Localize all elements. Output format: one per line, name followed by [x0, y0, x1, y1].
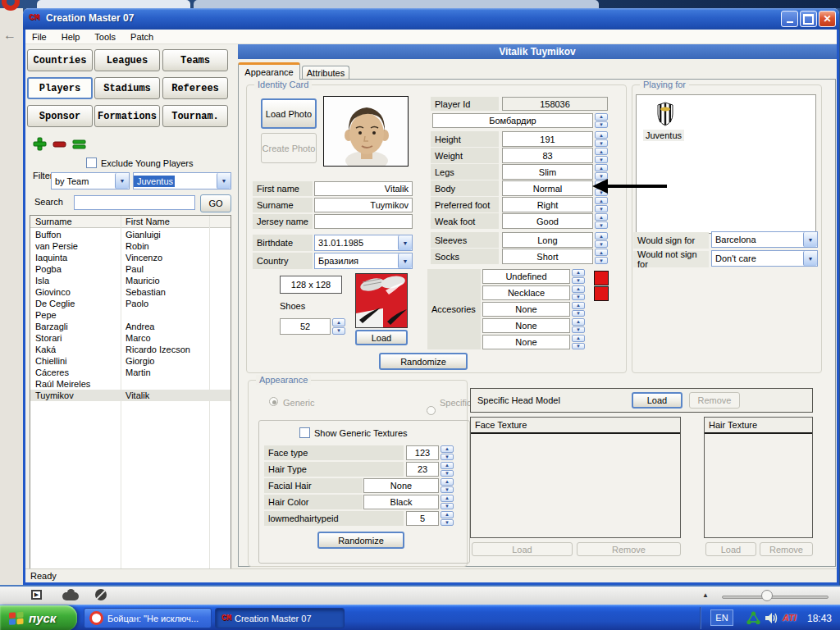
spinner-down-icon[interactable]: ▼	[332, 327, 345, 336]
head-model-remove-button[interactable]: Remove	[689, 392, 740, 409]
chevron-down-icon[interactable]: ▼	[803, 251, 817, 266]
maximize-button[interactable]	[800, 11, 817, 27]
height-spinner[interactable]: ▲▼	[595, 131, 608, 147]
spinner-up-icon[interactable]: ▲	[595, 180, 608, 188]
list-item[interactable]: Martin	[121, 367, 208, 378]
shoes-spinner[interactable]: ▲▼	[332, 318, 345, 335]
list-item[interactable]: Giovinco	[30, 286, 121, 298]
chevron-down-icon[interactable]: ▼	[398, 253, 412, 268]
spinner-up-icon[interactable]: ▲	[441, 445, 454, 453]
chevron-down-icon[interactable]: ▼	[217, 173, 231, 189]
facial-hair-spinner[interactable]: ▲▼	[441, 478, 454, 493]
nav-formations[interactable]: Formations	[94, 105, 160, 127]
list-item-selected[interactable]: Vitalik	[121, 390, 208, 401]
spinner-down-icon[interactable]: ▼	[441, 503, 454, 510]
spinner-down-icon[interactable]: ▼	[441, 486, 454, 494]
first-name-field[interactable]: Vitalik	[314, 181, 413, 196]
list-item[interactable]: Giorgio	[121, 355, 208, 367]
accessory-field-2[interactable]: Necklace	[482, 285, 570, 300]
body-spinner[interactable]: ▲▼	[595, 180, 608, 196]
face-texture-load-button[interactable]: Load	[472, 542, 573, 556]
spinner-down-icon[interactable]: ▼	[572, 326, 585, 334]
chevron-down-icon[interactable]: ▼	[803, 232, 817, 247]
nav-stadiums[interactable]: Stadiums	[94, 77, 160, 99]
remove-icon[interactable]	[52, 137, 66, 151]
ati-tray-icon[interactable]: ATI	[783, 613, 797, 623]
panel-toggle-icon[interactable]: ▶	[31, 590, 42, 600]
spinner-down-icon[interactable]: ▼	[572, 277, 585, 285]
playing-for-listbox[interactable]: Juventus	[636, 94, 816, 234]
titlebar[interactable]: CM Creation Master 07 ✕	[23, 8, 839, 30]
column-firstname[interactable]: First Name	[121, 216, 208, 227]
list-item[interactable]: Kaká	[30, 344, 121, 355]
surname-field[interactable]: Tuymikov	[314, 198, 413, 212]
nav-teams[interactable]: Teams	[162, 49, 228, 71]
list-item[interactable]: Ricardo Izecson	[121, 344, 208, 355]
spinner-up-icon[interactable]: ▲	[595, 131, 608, 139]
identity-randomize-button[interactable]: Randomize	[379, 353, 468, 370]
spinner-down-icon[interactable]: ▼	[572, 294, 585, 301]
list-item[interactable]: Storari	[30, 332, 121, 344]
spinner-up-icon[interactable]: ▲	[595, 249, 608, 256]
zoom-menu-icon[interactable]: ▲	[702, 591, 709, 599]
nickname-field[interactable]: Бомбардир	[432, 113, 593, 128]
list-item[interactable]	[121, 378, 208, 390]
nav-tournaments[interactable]: Tournam.	[162, 105, 228, 127]
weak-foot-field[interactable]: Good	[502, 213, 593, 229]
accessory-spinner-1[interactable]: ▲▼	[572, 269, 585, 284]
chevron-down-icon[interactable]: ▼	[115, 173, 129, 189]
create-photo-button[interactable]: Create Photo	[261, 133, 317, 163]
generic-radio[interactable]	[269, 397, 278, 406]
hair-color-field[interactable]: Black	[363, 495, 439, 509]
spinner-up-icon[interactable]: ▲	[441, 495, 454, 502]
menu-file[interactable]: File	[32, 32, 47, 42]
legs-spinner[interactable]: ▲▼	[595, 164, 608, 180]
shoe-load-button[interactable]: Load	[355, 330, 408, 345]
lowmedhairtypeid-field[interactable]: 5	[406, 511, 439, 526]
taskbar-item-creation-master[interactable]: CM Creation Master 07	[215, 608, 345, 628]
spinner-up-icon[interactable]: ▲	[595, 213, 608, 221]
search-input[interactable]	[74, 195, 195, 210]
equals-icon[interactable]	[72, 137, 86, 151]
playing-for-team[interactable]: Juventus	[643, 130, 684, 141]
socks-field[interactable]: Short	[502, 249, 593, 264]
list-item[interactable]: Robin	[121, 240, 208, 252]
spinner-up-icon[interactable]: ▲	[595, 164, 608, 171]
list-item-selected[interactable]: Tuymikov	[30, 390, 121, 401]
hair-type-spinner[interactable]: ▲▼	[441, 462, 454, 477]
list-item[interactable]: Pepe	[30, 309, 121, 321]
list-item[interactable]: Cáceres	[30, 367, 121, 378]
nav-referees[interactable]: Referees	[162, 77, 228, 99]
spinner-down-icon[interactable]: ▼	[595, 221, 608, 229]
would-not-sign-combo[interactable]: Don't care ▼	[711, 250, 818, 267]
shoes-field[interactable]: 52	[280, 318, 331, 335]
accessory-color-swatch[interactable]	[594, 271, 609, 285]
list-item[interactable]: Barzagli	[30, 321, 121, 332]
list-item[interactable]: Vincenzo	[121, 252, 208, 263]
sleeves-spinner[interactable]: ▲▼	[595, 232, 608, 248]
accessory-field-4[interactable]: None	[482, 318, 570, 333]
nav-sponsor[interactable]: Sponsor	[27, 105, 93, 127]
list-item[interactable]: Paul	[121, 263, 208, 275]
hair-texture-remove-button[interactable]: Remove	[760, 542, 813, 556]
face-type-spinner[interactable]: ▲▼	[441, 445, 454, 460]
menu-help[interactable]: Help	[62, 32, 80, 42]
spinner-up-icon[interactable]: ▲	[441, 511, 454, 518]
weight-spinner[interactable]: ▲▼	[595, 148, 608, 163]
list-item[interactable]: Pogba	[30, 263, 121, 275]
nav-players[interactable]: Players	[27, 77, 93, 99]
facial-hair-field[interactable]: None	[363, 478, 439, 493]
spinner-up-icon[interactable]: ▲	[595, 197, 608, 204]
nickname-spinner[interactable]: ▲▼	[595, 113, 608, 128]
hair-color-spinner[interactable]: ▲▼	[441, 495, 454, 509]
tab-attributes[interactable]: Attributes	[302, 66, 349, 80]
birthdate-combo[interactable]: 31.01.1985 ▼	[314, 235, 413, 251]
weak-foot-spinner[interactable]: ▲▼	[595, 213, 608, 229]
specific-radio[interactable]	[427, 406, 436, 415]
list-item[interactable]: Buffon	[30, 229, 121, 240]
socks-spinner[interactable]: ▲▼	[595, 249, 608, 264]
spinner-down-icon[interactable]: ▼	[595, 139, 608, 147]
list-item[interactable]: Sebastian	[121, 286, 208, 298]
accessory-spinner-4[interactable]: ▲▼	[572, 318, 585, 333]
country-combo[interactable]: Бразилия ▼	[314, 253, 413, 269]
